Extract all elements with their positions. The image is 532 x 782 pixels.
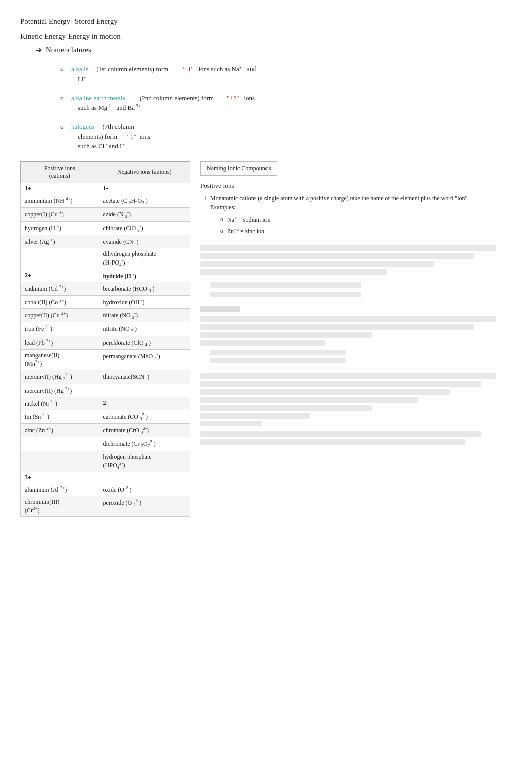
- blurred-section-3: [200, 292, 512, 297]
- example-sodium: o Na+ = sodium ion: [220, 215, 512, 224]
- table-row: manganese(II)(Mn2+) permanganate (MnO 4-…: [21, 350, 190, 370]
- examples-list: o Na+ = sodium ion o Zn+2 = zinc ion: [210, 215, 512, 236]
- table-row: dichromate (Cr 2O72-): [21, 437, 190, 451]
- table-row: copper(I) (Cu +) azide (N 3-): [21, 208, 190, 221]
- arrow-icon: ➔: [35, 45, 42, 55]
- category-2plus: 2+ hydride (H -): [21, 270, 190, 282]
- naming-item-1: Monatomic cations (a single atom with a …: [210, 194, 512, 236]
- table-row: hydrogen (H +) chlorate (ClO 3-): [21, 221, 190, 235]
- table-row: aluminum (Al 3+) oxide (O 2-): [21, 483, 190, 496]
- positive-ions-title: Positive Ions: [200, 182, 512, 190]
- table-row: lead (Pb 2+) perchlorate (ClO 4-): [21, 336, 190, 349]
- halogens-term: halogens: [71, 123, 94, 130]
- bullet-icon-2: o: [60, 93, 65, 103]
- table-row: cadmium (Cd 2+) bicarbonate (HCO 3-): [21, 282, 190, 295]
- table-row: mercury(II) (Hg 2+): [21, 384, 190, 397]
- halogens-item: o halogens (7th column elements) form "-…: [60, 122, 512, 151]
- table-row: ammonium (NH 4+) acetate (C 2H3O2-): [21, 194, 190, 207]
- halogens-charge: "-1": [125, 133, 136, 140]
- category-3plus: 3+: [21, 472, 190, 483]
- table-row: chromium(III)(Cr3+) peroxide (O 22-): [21, 496, 190, 517]
- alkalis-charge: "+1": [181, 65, 193, 73]
- bullet-icon-3: o: [60, 122, 65, 132]
- table-row: iron (Fe 2+) nitrite (NO 2-): [21, 322, 190, 336]
- bullet-icon: o: [60, 64, 65, 74]
- ion-table: Positive ions(cations) Negative ions (an…: [20, 161, 190, 517]
- table-row: cobalt(II) (Co 2+) hydroxide (OH -): [21, 295, 190, 308]
- example-zinc: o Zn+2 = zinc ion: [220, 226, 512, 236]
- blurred-sub-1: [200, 350, 512, 363]
- category-1plus: 1+ 1-: [21, 183, 190, 194]
- alkaline-ions: ions: [244, 94, 255, 102]
- nomenclatures-header: ➔ Nomenclatures: [20, 45, 512, 55]
- alkaline-term: alkaline earth metals: [71, 94, 125, 102]
- blurred-section-1: [200, 245, 512, 275]
- blurred-section-2: [200, 282, 512, 288]
- table-row: mercury(I) (Hg 22+) thiocyanate(SCN -): [21, 370, 190, 384]
- alkalis-item: o alkalis (1st column elements) form "+1…: [60, 64, 512, 84]
- table-row: zinc (Zn 2+) chromate (CrO 42-): [21, 423, 190, 437]
- table-header-negative: Negative ions (anions): [99, 161, 190, 183]
- table-row: silver (Ag +) cyanide (CN -): [21, 235, 190, 248]
- naming-list: Monatomic cations (a single atom with a …: [200, 194, 512, 236]
- table-row: dihydrogen phosphate(H2PO4-): [21, 248, 190, 270]
- table-row: hydrogen phosphate(HPO42-): [21, 451, 190, 472]
- table-row: tin (Sn 2+) carbonate (CO 32-): [21, 410, 190, 423]
- blurred-section-title: [200, 306, 512, 312]
- main-layout: Positive ions(cations) Negative ions (an…: [20, 161, 512, 517]
- alkalis-term: alkalis: [71, 65, 88, 73]
- ion-table-section: Positive ions(cations) Negative ions (an…: [20, 161, 190, 517]
- naming-section: Naming Ionic Compounds Positive Ions Mon…: [200, 161, 512, 517]
- and-word: and: [247, 65, 257, 73]
- table-header-positive: Positive ions(cations): [21, 161, 99, 183]
- page-title: Potential Energy- Stored Energy Kinetic …: [20, 15, 512, 42]
- naming-box: Naming Ionic Compounds: [200, 161, 277, 176]
- table-row: copper(II) (Cu 2+) nitrate (NO 3-): [21, 308, 190, 322]
- blurred-item-2: [200, 316, 512, 346]
- bullet-list: o alkalis (1st column elements) form "+1…: [20, 64, 512, 151]
- page-container: Potential Energy- Stored Energy Kinetic …: [20, 15, 512, 517]
- table-row: nickel (Ni 2+) 2-: [21, 397, 190, 410]
- alkaline-charge: "+2": [227, 94, 239, 102]
- blurred-section-3-outer: [200, 373, 512, 445]
- alkaline-item: o alkaline earth metals (2nd column elem…: [60, 93, 512, 113]
